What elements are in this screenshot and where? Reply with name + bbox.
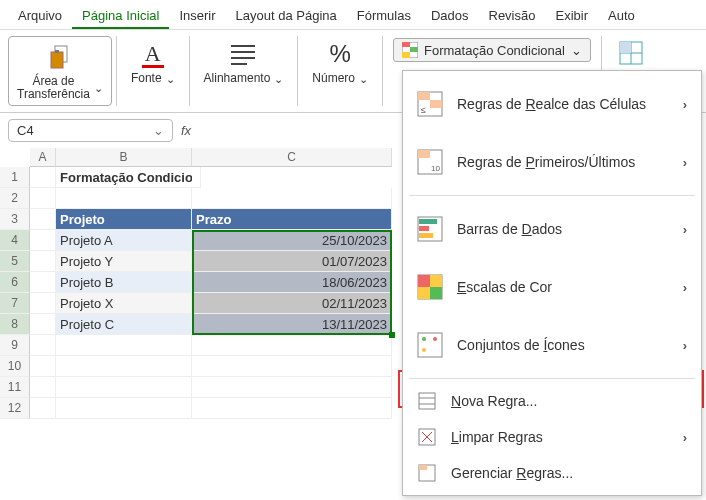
cell-date[interactable]: 01/07/2023 [192, 251, 392, 272]
row-header[interactable]: 6 [0, 272, 30, 293]
svg-point-34 [422, 348, 426, 352]
svg-rect-24 [419, 226, 429, 231]
percent-icon: % [330, 38, 351, 70]
cell-date[interactable]: 25/10/2023 [192, 230, 392, 251]
svg-rect-31 [418, 333, 442, 357]
row-header[interactable]: 8 [0, 314, 30, 335]
svg-rect-20 [418, 150, 430, 158]
cf-data-bars[interactable]: Barras de Dados › [403, 200, 701, 258]
col-header-A[interactable]: A [30, 148, 56, 167]
ribbon-group-clipboard[interactable]: Área de Transferência [8, 36, 112, 106]
svg-rect-29 [418, 287, 430, 299]
highlight-cells-icon: ≤ [417, 91, 443, 117]
cf-item-label: Conjuntos de Ícones [457, 337, 669, 353]
ribbon-label-font: Fonte [131, 72, 175, 85]
row-header[interactable]: 5 [0, 251, 30, 272]
svg-rect-23 [419, 219, 437, 224]
cell-project[interactable]: Projeto Y [56, 251, 192, 272]
ribbon-group-alignment[interactable]: Alinhamento [194, 36, 294, 87]
svg-rect-2 [55, 50, 59, 53]
menu-page-layout[interactable]: Layout da Página [226, 4, 347, 29]
cell-date[interactable]: 13/11/2023 [192, 314, 392, 335]
cf-icon-sets[interactable]: Conjuntos de Ícones › [403, 316, 701, 374]
svg-rect-10 [402, 52, 410, 58]
cf-new-rule[interactable]: Nova Regra... [403, 383, 701, 419]
alignment-icon [229, 38, 257, 70]
row-header[interactable]: 4 [0, 230, 30, 251]
cf-item-label: Regras de Realce das Células [457, 96, 669, 112]
row-header[interactable]: 3 [0, 209, 30, 230]
svg-rect-35 [419, 393, 435, 409]
ribbon-group-insert[interactable] [606, 36, 656, 70]
svg-text:≤: ≤ [421, 105, 426, 115]
cell-project[interactable]: Projeto A [56, 230, 192, 251]
svg-rect-16 [418, 92, 430, 100]
row-header[interactable]: 11 [0, 377, 30, 398]
svg-text:10: 10 [431, 164, 440, 173]
row-header[interactable]: 1 [0, 167, 30, 188]
conditional-formatting-button[interactable]: Formatação Condicional ⌄ [393, 38, 591, 62]
menu-view[interactable]: Exibir [545, 4, 598, 29]
menu-review[interactable]: Revisão [479, 4, 546, 29]
col-header-B[interactable]: B [56, 148, 192, 167]
clipboard-icon [45, 41, 75, 73]
icon-sets-icon [417, 332, 443, 358]
row-headers[interactable]: 1 2 3 4 5 6 7 8 9 10 11 12 [0, 167, 30, 419]
color-scales-icon [417, 274, 443, 300]
fx-icon[interactable]: fx [181, 123, 191, 138]
selection-handle[interactable] [389, 332, 395, 338]
ribbon-group-font[interactable]: A Fonte [121, 36, 185, 87]
insert-cells-icon [616, 38, 646, 68]
new-rule-icon [417, 391, 437, 411]
cf-item-label: Barras de Dados [457, 221, 669, 237]
chevron-down-icon: ⌄ [571, 43, 582, 58]
chevron-right-icon: › [683, 338, 687, 353]
svg-rect-8 [402, 42, 410, 47]
ribbon-label-number: Número [312, 72, 368, 85]
cell-date[interactable]: 18/06/2023 [192, 272, 392, 293]
row-header[interactable]: 10 [0, 356, 30, 377]
row-header[interactable]: 2 [0, 188, 30, 209]
col-header-C[interactable]: C [192, 148, 392, 167]
menu-home[interactable]: Página Inicial [72, 4, 169, 29]
svg-point-33 [433, 337, 437, 341]
cf-top-bottom-rules[interactable]: 10 Regras de Primeiros/Últimos › [403, 133, 701, 191]
conditional-formatting-label: Formatação Condicional [424, 43, 565, 58]
cell-project[interactable]: Projeto C [56, 314, 192, 335]
cf-item-label: Nova Regra... [451, 393, 687, 409]
menu-auto[interactable]: Auto [598, 4, 645, 29]
menu-insert[interactable]: Inserir [169, 4, 225, 29]
svg-rect-30 [430, 287, 442, 299]
menu-data[interactable]: Dados [421, 4, 479, 29]
cells-area[interactable]: Formatação Condicional de Datas Atrasada… [30, 167, 392, 419]
name-box-value: C4 [17, 123, 34, 138]
ribbon-group-number[interactable]: % Número [302, 36, 378, 87]
cell-project[interactable]: Projeto B [56, 272, 192, 293]
svg-rect-25 [419, 233, 433, 238]
conditional-formatting-icon [402, 42, 418, 58]
svg-rect-9 [410, 47, 418, 52]
cell-date[interactable]: 02/11/2023 [192, 293, 392, 314]
name-box[interactable]: C4 ⌄ [8, 119, 173, 142]
header-prazo[interactable]: Prazo [192, 209, 392, 230]
svg-rect-17 [430, 100, 442, 108]
menu-bar: Arquivo Página Inicial Inserir Layout da… [0, 0, 706, 30]
cell-project[interactable]: Projeto X [56, 293, 192, 314]
header-projeto[interactable]: Projeto [56, 209, 192, 230]
row-header[interactable]: 9 [0, 335, 30, 356]
menu-formulas[interactable]: Fórmulas [347, 4, 421, 29]
cf-item-label: Escalas de Cor [457, 279, 669, 295]
svg-rect-28 [430, 275, 442, 287]
cf-highlight-cells-rules[interactable]: ≤ Regras de Realce das Células › [403, 75, 701, 133]
svg-rect-14 [620, 42, 631, 53]
chevron-right-icon: › [683, 97, 687, 112]
conditional-formatting-menu: ≤ Regras de Realce das Células › 10 Regr… [402, 70, 702, 419]
row-header[interactable]: 12 [0, 398, 30, 419]
cf-color-scales[interactable]: Escalas de Cor › [403, 258, 701, 316]
menu-file[interactable]: Arquivo [8, 4, 72, 29]
svg-point-32 [422, 337, 426, 341]
svg-rect-27 [418, 275, 430, 287]
row-header[interactable]: 7 [0, 293, 30, 314]
chevron-right-icon: › [683, 280, 687, 295]
cell-title[interactable]: Formatação Condicional de Datas Atrasada… [56, 167, 192, 188]
